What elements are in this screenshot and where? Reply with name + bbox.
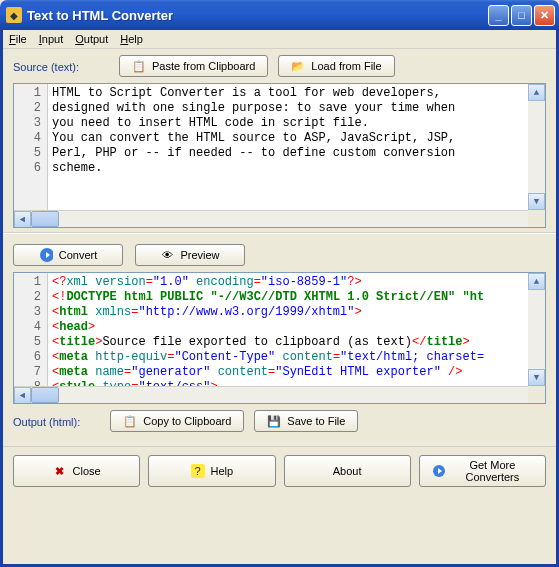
convert-label: Convert	[59, 249, 98, 261]
help-label: Help	[211, 465, 234, 477]
output-hscrollbar[interactable]: ◄ ►	[14, 386, 545, 403]
save-to-file-button[interactable]: 💾 Save to File	[254, 410, 358, 432]
close-label: Close	[73, 465, 101, 477]
eye-icon: 👁	[160, 248, 174, 262]
load-from-file-button[interactable]: 📂 Load from File	[278, 55, 394, 77]
source-gutter: 123456	[14, 84, 48, 210]
scroll-left-icon[interactable]: ◄	[14, 211, 31, 228]
source-code[interactable]: HTML to Script Converter is a tool for w…	[48, 84, 545, 210]
folder-open-icon: 📂	[291, 59, 305, 73]
close-window-button[interactable]: ✕	[534, 5, 555, 26]
output-gutter: 123456789	[14, 273, 48, 386]
convert-button[interactable]: Convert	[13, 244, 123, 266]
scroll-down-icon[interactable]: ▼	[528, 369, 545, 386]
menu-output[interactable]: Output	[75, 33, 108, 45]
scroll-up-icon[interactable]: ▲	[528, 84, 545, 101]
source-hscrollbar[interactable]: ◄ ►	[14, 210, 545, 227]
paste-icon: 📋	[132, 59, 146, 73]
menu-help[interactable]: Help	[120, 33, 143, 45]
load-label: Load from File	[311, 60, 381, 72]
about-label: About	[333, 465, 362, 477]
preview-label: Preview	[180, 249, 219, 261]
paste-label: Paste from Clipboard	[152, 60, 255, 72]
about-button[interactable]: About	[284, 455, 411, 487]
more-label: Get More Converters	[452, 459, 533, 483]
source-editor[interactable]: 123456 HTML to Script Converter is a too…	[13, 83, 546, 228]
menubar: File Input Output Help	[3, 30, 556, 49]
copy-to-clipboard-button[interactable]: 📋 Copy to Clipboard	[110, 410, 244, 432]
help-button[interactable]: ? Help	[148, 455, 275, 487]
titlebar[interactable]: ◆ Text to HTML Converter _ □ ✕	[0, 0, 559, 30]
app-icon: ◆	[6, 7, 22, 23]
save-icon: 💾	[267, 414, 281, 428]
globe-arrow-icon	[432, 464, 446, 478]
output-vscrollbar[interactable]: ▲ ▼	[528, 273, 545, 386]
scroll-up-icon[interactable]: ▲	[528, 273, 545, 290]
output-editor[interactable]: 123456789 <?xml version="1.0" encoding="…	[13, 272, 546, 404]
window-title: Text to HTML Converter	[27, 8, 488, 23]
close-x-icon: ✖	[53, 464, 67, 478]
get-more-converters-button[interactable]: Get More Converters	[419, 455, 546, 487]
copy-label: Copy to Clipboard	[143, 415, 231, 427]
paste-from-clipboard-button[interactable]: 📋 Paste from Clipboard	[119, 55, 268, 77]
source-vscrollbar[interactable]: ▲ ▼	[528, 84, 545, 210]
scroll-down-icon[interactable]: ▼	[528, 193, 545, 210]
maximize-button[interactable]: □	[511, 5, 532, 26]
preview-button[interactable]: 👁 Preview	[135, 244, 245, 266]
copy-icon: 📋	[123, 414, 137, 428]
close-button[interactable]: ✖ Close	[13, 455, 140, 487]
menu-input[interactable]: Input	[39, 33, 63, 45]
output-code[interactable]: <?xml version="1.0" encoding="iso-8859-1…	[48, 273, 545, 386]
output-label: Output (html):	[13, 410, 80, 432]
convert-arrow-icon	[39, 248, 53, 262]
menu-file[interactable]: File	[9, 33, 27, 45]
save-label: Save to File	[287, 415, 345, 427]
scroll-left-icon[interactable]: ◄	[14, 387, 31, 404]
source-label: Source (text):	[13, 55, 79, 77]
minimize-button[interactable]: _	[488, 5, 509, 26]
bottom-toolbar: ✖ Close ? Help About Get More Converters	[3, 446, 556, 495]
help-icon: ?	[191, 464, 205, 478]
